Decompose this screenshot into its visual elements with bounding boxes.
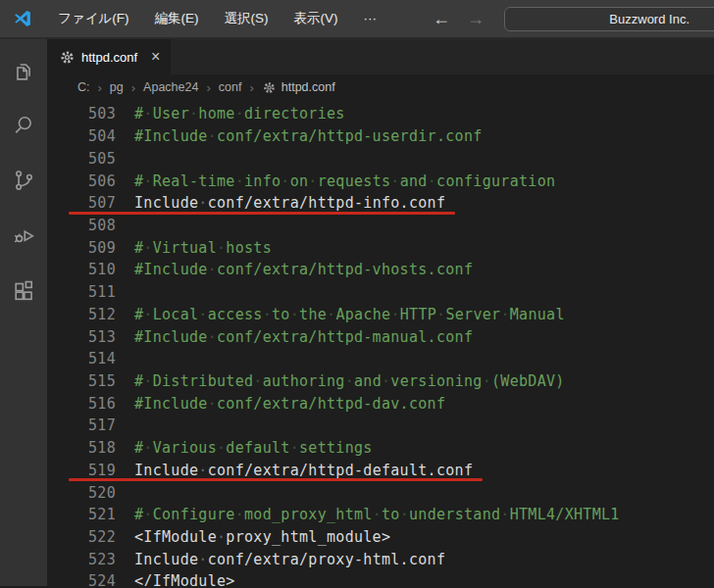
code-line[interactable]: 504#Include·conf/extra/httpd-userdir.con…: [47, 125, 714, 148]
whitespace-dot: ·: [436, 306, 445, 323]
code-line[interactable]: 512#·Local·access·to·the·Apache·HTTP·Ser…: [47, 303, 714, 325]
run-debug-icon: [11, 222, 36, 248]
code-line[interactable]: 515#·Distributed·authoring·and·versionin…: [47, 370, 714, 393]
close-icon[interactable]: ×: [151, 49, 160, 65]
menu-item-selection[interactable]: 選択(S): [212, 0, 281, 38]
breadcrumb-segment[interactable]: C:: [76, 80, 91, 94]
code-line[interactable]: 520: [47, 481, 714, 504]
code-line[interactable]: 516#Include·conf/extra/httpd-dav.conf: [47, 392, 714, 415]
sidebar-item-extensions[interactable]: [0, 263, 47, 318]
whitespace-dot: ·: [382, 372, 390, 390]
line-number[interactable]: 519: [47, 462, 116, 479]
whitespace-dot: ·: [143, 306, 152, 323]
sidebar-item-search[interactable]: [0, 98, 47, 153]
line-number[interactable]: 511: [47, 283, 116, 301]
code-line[interactable]: 508: [47, 215, 714, 237]
forward-arrow-icon[interactable]: →: [467, 9, 484, 29]
code-line[interactable]: 518#·Various·default·settings: [47, 437, 714, 460]
activity-bar: [0, 39, 47, 586]
line-text: #Include·conf/extra/httpd-dav.conf: [134, 395, 445, 413]
line-number[interactable]: 506: [47, 172, 116, 190]
line-number[interactable]: 503: [47, 105, 116, 122]
chevron-right-icon: ›: [125, 80, 142, 95]
line-number[interactable]: 523: [47, 551, 116, 568]
code-line[interactable]: 510#Include·conf/extra/httpd-vhosts.conf: [47, 259, 714, 281]
tab-httpd-conf[interactable]: httpd.conf ×: [47, 39, 171, 74]
whitespace-dot: ·: [143, 105, 152, 122]
command-center-search[interactable]: Buzzword Inc.: [504, 7, 714, 31]
menu-item-file[interactable]: ファイル(F): [45, 0, 142, 38]
line-text: #·Various·default·settings: [134, 439, 373, 457]
line-text: Include·conf/extra/httpd-info.conf: [134, 194, 445, 212]
breadcrumb-segment[interactable]: conf: [218, 80, 243, 94]
sidebar-item-explorer[interactable]: [0, 43, 47, 98]
code-line[interactable]: 509#·Virtual·hosts: [47, 236, 714, 259]
code-line[interactable]: 522<IfModule·proxy_html_module>: [47, 526, 714, 549]
line-text: #·Virtual·hosts: [134, 239, 272, 257]
menu-item-view[interactable]: 表示(V): [281, 0, 351, 38]
line-number[interactable]: 508: [47, 217, 116, 234]
whitespace-dot: ·: [198, 551, 207, 568]
line-number[interactable]: 516: [47, 395, 116, 413]
line-number[interactable]: 513: [47, 328, 116, 346]
code-line[interactable]: 511: [47, 281, 714, 304]
whitespace-dot: ·: [308, 172, 317, 190]
code-line[interactable]: 514: [47, 348, 714, 370]
chevron-right-icon: ›: [242, 80, 260, 95]
whitespace-dot: ·: [208, 328, 217, 346]
line-number[interactable]: 518: [47, 439, 116, 457]
whitespace-dot: ·: [208, 261, 217, 278]
whitespace-dot: ·: [500, 306, 509, 323]
whitespace-dot: ·: [198, 306, 207, 323]
sidebar-item-source-control[interactable]: [0, 153, 47, 208]
code-line[interactable]: 505: [47, 147, 714, 170]
code-line[interactable]: 506#·Real-time·info·on·requests·and·conf…: [47, 170, 714, 192]
menu-item-more[interactable]: ···: [351, 0, 390, 38]
breadcrumb-file[interactable]: httpd.conf: [281, 80, 335, 94]
line-text: #Include·conf/extra/httpd-userdir.conf: [134, 127, 483, 145]
line-number[interactable]: 512: [47, 306, 116, 323]
breadcrumb-segment[interactable]: Apache24: [142, 80, 199, 94]
code-line[interactable]: 503#·User·home·directories: [47, 103, 714, 125]
line-number[interactable]: 509: [47, 239, 116, 257]
whitespace-dot: ·: [390, 172, 399, 190]
code-line[interactable]: 519Include·conf/extra/httpd-default.conf: [47, 460, 714, 482]
menu-item-edit[interactable]: 編集(E): [142, 0, 212, 38]
whitespace-dot: ·: [253, 372, 262, 390]
line-number[interactable]: 520: [47, 484, 116, 502]
back-arrow-icon[interactable]: ←: [433, 9, 450, 29]
files-icon: [11, 58, 36, 83]
line-number[interactable]: 510: [47, 261, 116, 278]
source-control-icon: [11, 168, 36, 193]
line-number[interactable]: 507: [47, 194, 116, 212]
code-line[interactable]: 523Include·conf/extra/proxy-html.conf: [47, 548, 714, 570]
sidebar-item-run-debug[interactable]: [0, 208, 47, 263]
whitespace-dot: ·: [198, 462, 207, 479]
code-line[interactable]: 521#·Configure·mod_proxy_html·to·underst…: [47, 504, 714, 526]
line-number[interactable]: 514: [47, 350, 116, 368]
whitespace-dot: ·: [143, 239, 152, 257]
gear-icon: [263, 81, 276, 94]
code-editor[interactable]: 503#·User·home·directories504#Include·co…: [47, 100, 714, 586]
line-text: </IfModule>: [134, 572, 235, 586]
line-number[interactable]: 505: [47, 150, 116, 168]
line-number[interactable]: 522: [47, 528, 116, 546]
whitespace-dot: ·: [198, 194, 207, 212]
line-number[interactable]: 521: [47, 506, 116, 523]
breadcrumb-segment[interactable]: pg: [109, 80, 125, 94]
line-number[interactable]: 504: [47, 127, 116, 145]
code-line[interactable]: 524</IfModule>: [47, 570, 714, 586]
line-text: #·User·home·directories: [134, 105, 345, 122]
history-nav: ← →: [433, 9, 484, 29]
line-number[interactable]: 517: [47, 416, 116, 434]
extensions-icon: [11, 277, 36, 303]
whitespace-dot: ·: [390, 306, 399, 323]
line-number[interactable]: 515: [47, 372, 116, 390]
code-line[interactable]: 513#Include·conf/extra/httpd-manual.conf: [47, 325, 714, 348]
whitespace-dot: ·: [373, 506, 382, 523]
vscode-logo-icon: [12, 8, 33, 29]
line-number[interactable]: 524: [47, 572, 116, 586]
code-line[interactable]: 517: [47, 415, 714, 437]
whitespace-dot: ·: [143, 439, 152, 457]
code-line[interactable]: 507Include·conf/extra/httpd-info.conf: [47, 192, 714, 215]
